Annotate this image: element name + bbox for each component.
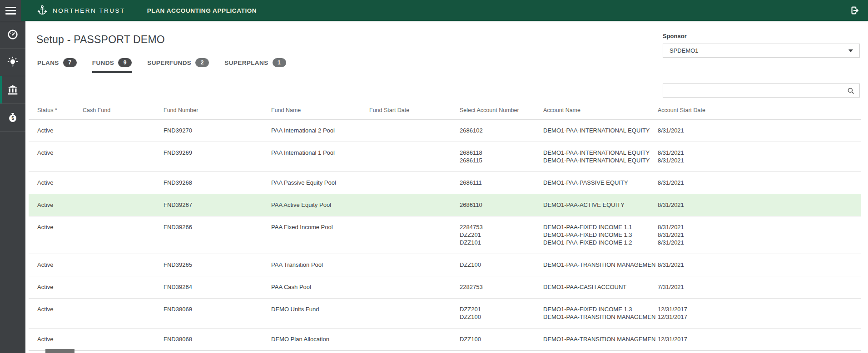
search-input[interactable] [663,84,847,97]
sidebar-item-insights[interactable] [0,49,25,76]
gauge-icon [7,29,19,40]
tab-plans[interactable]: PLANS 7 [37,58,77,73]
cell-fund-name: PAA Cash Pool [271,283,369,291]
hamburger-menu-button[interactable] [0,0,21,21]
search-icon[interactable] [847,87,855,95]
tab-superplans[interactable]: SUPERPLANS 1 [224,58,286,73]
account-line: DZZ201 DEMO1-PAA-FIXED INCOME 1.3 8/31/2… [460,231,861,239]
cell-account-name: DEMO1-PAA-TRANSITION MANAGEMEN [543,335,658,343]
account-line: 2686118 DEMO1-PAA-INTERNATIONAL EQUITY 8… [460,149,861,157]
table-row[interactable]: Active FND38069 DEMO Units Fund DZZ201 D… [29,299,861,328]
sidebar-item-funds[interactable]: $ [0,104,25,132]
sponsor-selected-value: SPDEMO1 [670,47,699,54]
table-row[interactable]: Active FND39270 PAA International 2 Pool… [29,120,861,142]
cell-fund-start-date [369,305,460,321]
cell-accounts: 2686110 DEMO1-PAA-ACTIVE EQUITY 8/31/202… [460,201,861,209]
sidebar-item-dashboard[interactable] [0,21,25,49]
account-line: DZZ100 DEMO1-PAA-TRANSITION MANAGEMEN 8/… [460,261,861,269]
table-row[interactable]: Active FND39265 PAA Transition Pool DZZ1… [29,254,861,276]
table-row[interactable]: Active FND39267 PAA Active Equity Pool 2… [29,194,861,216]
cell-account-number: 2686115 [460,157,543,164]
cell-cash-fund [83,179,164,186]
cell-account-name: DEMO1-PAA-ACTIVE EQUITY [543,201,658,209]
tab-funds[interactable]: FUNDS 9 [92,58,132,73]
cell-fund-start-date [369,127,460,134]
cell-accounts: DZZ201 DEMO1-PAA-FIXED INCOME 1.3 12/31/… [460,305,861,321]
cell-accounts: DZZ100 DEMO1-PAA-TRANSITION MANAGEMEN 8/… [460,261,861,269]
table-row[interactable]: Active FND39266 PAA Fixed Income Pool 22… [29,216,861,254]
cell-account-number: 2284753 [460,223,543,231]
cell-cash-fund [83,223,164,246]
tab-count-badge: 2 [195,58,209,67]
cell-account-number: 2686110 [460,201,543,209]
tabs: PLANS 7 FUNDS 9 SUPERFUNDS 2 SUPERPLANS … [37,58,286,73]
cell-accounts: DZZ100 DEMO1-PAA-TRANSITION MANAGEMEN 12… [460,335,861,343]
cell-fund-start-date [369,223,460,246]
cell-cash-fund [83,201,164,209]
cell-fund-start-date [369,261,460,269]
cell-status: Active [37,149,83,164]
table-row[interactable]: Active FND39268 PAA Passive Equity Pool … [29,172,861,194]
search-box [663,83,860,98]
cell-accounts: 2686111 DEMO1-PAA-PASSIVE EQUITY 8/31/20… [460,179,861,186]
cell-account-start-date: 8/31/2021 [658,223,861,231]
account-line: 2686111 DEMO1-PAA-PASSIVE EQUITY 8/31/20… [460,179,861,186]
cell-fund-start-date [369,179,460,186]
cell-accounts: 2686118 DEMO1-PAA-INTERNATIONAL EQUITY 8… [460,149,861,164]
cell-account-number: 2282753 [460,283,543,291]
cell-fund-number: FND39264 [164,283,271,291]
cell-account-start-date: 12/31/2017 [658,313,861,321]
cell-account-number: DZZ100 [460,261,543,269]
funds-table: Status * Cash Fund Fund Number Fund Name… [29,101,861,351]
col-header-fund-number: Fund Number [164,107,271,113]
cell-status: Active [37,305,83,321]
cell-account-start-date: 8/31/2021 [658,231,861,239]
horizontal-scrollbar-thumb[interactable] [45,349,74,353]
cell-account-number: DZZ100 [460,313,543,321]
cell-status: Active [37,127,83,134]
col-header-account-start-date: Account Start Date [658,107,861,113]
cell-fund-name: DEMO Plan Allocation [271,335,369,343]
lightbulb-icon [7,56,19,68]
cell-account-name: DEMO1-PAA-TRANSITION MANAGEMEN [543,313,658,321]
table-row[interactable]: Active FND39269 PAA International 1 Pool… [29,142,861,172]
table-row[interactable]: Active FND39264 PAA Cash Pool 2282753 DE… [29,276,861,299]
logout-button[interactable] [850,5,860,15]
cell-account-name: DEMO1-PAA-INTERNATIONAL EQUITY [543,149,658,157]
top-bar: NORTHERN TRUST PLAN ACCOUNTING APPLICATI… [0,0,868,21]
cell-fund-name: PAA International 2 Pool [271,127,369,134]
cell-account-name: DEMO1-PAA-INTERNATIONAL EQUITY [543,157,658,164]
col-header-account-name: Account Name [543,107,658,113]
cell-status: Active [37,335,83,343]
cell-fund-number: FND39265 [164,261,271,269]
cell-account-start-date: 8/31/2021 [658,149,861,157]
cell-fund-start-date [369,335,460,343]
table-row[interactable]: Active FND38068 DEMO Plan Allocation DZZ… [29,328,861,351]
col-header-select-account-number: Select Account Number [460,107,543,113]
cell-fund-start-date [369,149,460,164]
cell-cash-fund [83,305,164,321]
tab-count-badge: 9 [118,58,132,67]
sidebar-item-plan-setup[interactable] [0,76,25,104]
brand-name: NORTHERN TRUST [53,7,125,14]
cell-fund-name: PAA Transition Pool [271,261,369,269]
sponsor-select[interactable]: SPDEMO1 [663,44,860,58]
tab-superfunds[interactable]: SUPERFUNDS 2 [147,58,209,73]
cell-account-name: DEMO1-PAA-FIXED INCOME 1.3 [543,231,658,239]
account-line: DZZ201 DEMO1-PAA-FIXED INCOME 1.3 12/31/… [460,305,861,313]
cell-fund-name: PAA Passive Equity Pool [271,179,369,186]
cell-cash-fund [83,335,164,343]
cell-fund-start-date [369,201,460,209]
cell-account-name: DEMO1-PAA-FIXED INCOME 1.1 [543,223,658,231]
account-line: 2282753 DEMO1-PAA-CASH ACCOUNT 7/31/2021 [460,283,861,291]
cell-status: Active [37,261,83,269]
sidebar: $ [0,21,25,353]
cell-account-number: DZZ100 [460,335,543,343]
sponsor-label: Sponsor [663,33,860,39]
cell-account-number: 2686111 [460,179,543,186]
cell-account-number: 2686102 [460,127,543,134]
account-line: 2686110 DEMO1-PAA-ACTIVE EQUITY 8/31/202… [460,201,861,209]
table-body: Active FND39270 PAA International 2 Pool… [29,120,861,351]
logout-icon [850,5,860,15]
cell-fund-number: FND39267 [164,201,271,209]
